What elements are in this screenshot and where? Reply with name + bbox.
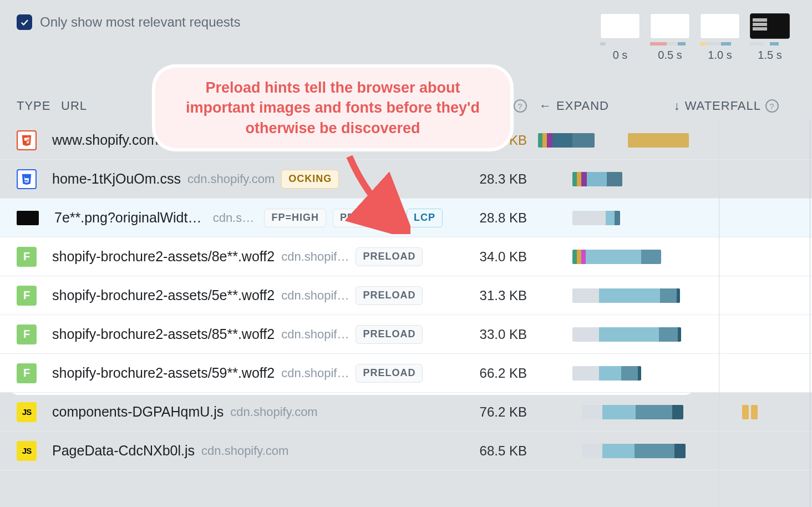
waterfall-cell [538, 121, 801, 159]
request-size: 34.0 KB [471, 249, 527, 265]
waterfall-cell [538, 237, 801, 276]
arrow-down-icon: ↓ [674, 99, 681, 113]
filmstrip: 0 s 0.5 s 1.0 s 1.5 s [600, 13, 790, 62]
filmstrip-thumb[interactable] [650, 13, 690, 39]
request-url: home-1tKjOuOm.css [52, 171, 181, 187]
timestamp: 0.5 s [658, 49, 682, 62]
request-row[interactable]: Fshopify-brochure2-assets/85**.woff2cdn.… [0, 315, 812, 354]
request-size: 66.2 KB [471, 366, 527, 381]
timestamp: 0 s [613, 49, 628, 62]
request-url: shopify-brochure2-assets/5e**.woff2 [52, 287, 275, 303]
lcp-badge: LCP [407, 209, 443, 227]
only-relevant-label: Only show most relevant requests [40, 14, 241, 30]
timestamp: 1.0 s [708, 49, 732, 62]
request-url: 7e**.png?originalWidth=… [54, 210, 206, 226]
html5-icon [17, 130, 37, 150]
filmstrip-thumb[interactable] [750, 13, 790, 39]
image-thumb-icon [17, 211, 39, 225]
font-icon: F [17, 286, 37, 306]
waterfall-cell [538, 199, 801, 237]
filmstrip-thumb[interactable] [600, 13, 640, 39]
request-host: cdn.shopif… [281, 366, 349, 381]
preload-badge: PRELOAD [356, 286, 423, 305]
col-waterfall[interactable]: ↓ WATERFALL ? [621, 99, 812, 113]
waterfall-cell [538, 354, 801, 392]
request-row[interactable]: Fshopify-brochure2-assets/8e**.woff2cdn.… [0, 237, 812, 276]
request-row[interactable]: JSPageData-CdcNXb0l.jscdn.shopify.com68.… [0, 432, 812, 470]
annotation-bubble: Preload hints tell the browser about imp… [155, 68, 510, 148]
waterfall-cell [538, 276, 801, 315]
waterfall-bar [582, 444, 686, 458]
js-icon: JS [17, 441, 37, 461]
expand-button[interactable]: ← EXPAND [527, 99, 621, 113]
request-row[interactable]: JScomponents-DGPAHqmU.jscdn.shopify.com7… [0, 393, 812, 432]
filmstrip-thumb[interactable] [700, 13, 740, 39]
timestamp: 1.5 s [758, 49, 781, 62]
waterfall-bar [572, 366, 641, 381]
request-url: shopify-brochure2-assets/59**.woff2 [52, 365, 275, 381]
request-host: cdn.shopif… [281, 250, 349, 264]
font-icon: F [17, 363, 37, 383]
request-size: 31.3 KB [471, 288, 527, 303]
request-host: cdn.shopify.com [230, 405, 317, 419]
waterfall-cell [538, 432, 801, 470]
waterfall-bar [572, 211, 620, 225]
request-url: www.shopify.com/ [52, 132, 162, 148]
waterfall-bar [582, 405, 683, 419]
request-url: components-DGPAHqmU.js [52, 404, 224, 420]
col-type[interactable]: TYPE [0, 99, 44, 113]
request-size: 33.0 KB [471, 327, 527, 342]
waterfall-bar [572, 327, 681, 342]
waterfall-cell [538, 160, 801, 198]
preload-badge: PRELOAD [356, 364, 423, 383]
font-icon: F [17, 247, 37, 267]
request-host: cdn.sh… [213, 211, 258, 225]
request-host: cdn.shopify.com [201, 444, 288, 458]
request-size: 28.8 KB [471, 210, 527, 226]
preload-badge: PRELOAD [356, 325, 423, 344]
waterfall-bar [572, 288, 680, 303]
waterfall-bar [572, 250, 661, 264]
request-size: 76.2 KB [471, 404, 527, 420]
request-row[interactable]: Fshopify-brochure2-assets/59**.woff2cdn.… [0, 354, 812, 393]
fp_high-badge: FP=HIGH [264, 209, 326, 227]
help-icon[interactable]: ? [514, 99, 527, 113]
css3-icon [17, 169, 37, 189]
waterfall-cell [538, 315, 801, 353]
arrow-left-icon: ← [539, 99, 552, 113]
request-host: cdn.shopif… [281, 288, 349, 303]
annotation-arrow-icon [344, 151, 410, 234]
waterfall-cell [538, 393, 801, 431]
request-url: shopify-brochure2-assets/8e**.woff2 [52, 249, 275, 265]
request-host: cdn.shopif… [281, 327, 349, 342]
request-size: 68.5 KB [471, 443, 527, 459]
only-relevant-checkbox[interactable] [17, 14, 32, 30]
request-row[interactable]: Fshopify-brochure2-assets/5e**.woff2cdn.… [0, 276, 812, 315]
blocking-badge: OCKING [281, 170, 339, 189]
preload-badge: PRELOAD [356, 247, 423, 266]
waterfall-bar [572, 172, 622, 186]
request-url: PageData-CdcNXb0l.js [52, 443, 195, 459]
waterfall-extra [628, 133, 689, 148]
request-host: cdn.shopify.com [187, 172, 275, 186]
js-icon: JS [17, 402, 37, 422]
request-url: shopify-brochure2-assets/85**.woff2 [52, 326, 275, 342]
waterfall-bar [538, 133, 595, 148]
help-icon[interactable]: ? [765, 99, 779, 113]
request-size: 28.3 KB [471, 171, 527, 187]
font-icon: F [17, 325, 37, 344]
